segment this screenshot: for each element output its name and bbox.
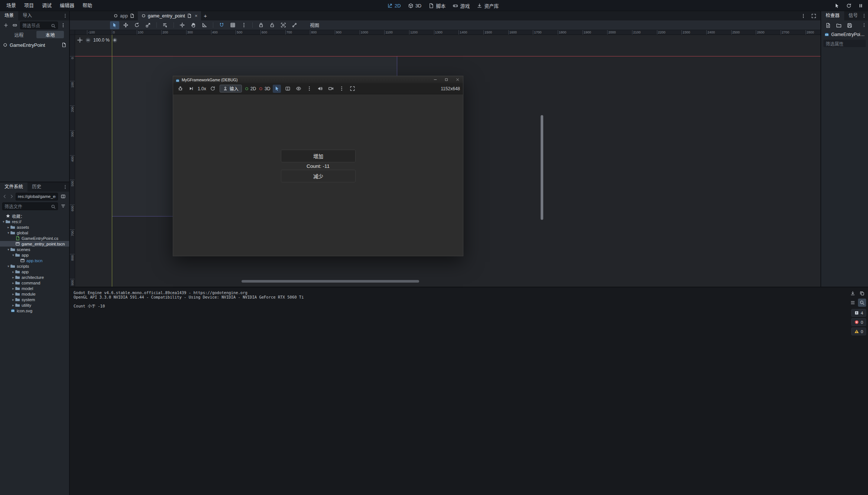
- workspace-资产库[interactable]: 资产库: [477, 2, 499, 9]
- menu-编辑器[interactable]: 编辑器: [56, 0, 78, 11]
- file-tree-item-res[interactable]: ▾res://: [0, 219, 69, 224]
- copy-log-icon[interactable]: [858, 289, 866, 297]
- minimize-icon[interactable]: [430, 76, 441, 83]
- center-view-icon[interactable]: [77, 37, 83, 43]
- tree-expand-icon[interactable]: ▸: [6, 225, 10, 229]
- file-tree-item-scenes[interactable]: ▾scenes: [0, 247, 69, 252]
- tab-inspector[interactable]: 检查器: [821, 11, 844, 20]
- sort-files-icon[interactable]: [59, 202, 67, 210]
- local-button[interactable]: 本地: [36, 31, 64, 38]
- reset-speed-icon[interactable]: [209, 85, 217, 93]
- workspace-脚本[interactable]: 脚本: [428, 2, 446, 9]
- rotate-tool-icon[interactable]: [132, 21, 142, 29]
- menu-项目[interactable]: 项目: [20, 0, 38, 11]
- time-scale-button[interactable]: 1.0x: [198, 86, 206, 91]
- close-icon[interactable]: [452, 76, 463, 83]
- tree-expand-icon[interactable]: ▸: [11, 281, 15, 285]
- vertical-scrollbar[interactable]: [541, 115, 543, 220]
- file-tree-item-[interactable]: 收藏：: [0, 213, 69, 219]
- inspector-edited-object[interactable]: GameEntryPoint...: [821, 30, 868, 39]
- file-tree-item-app[interactable]: ▸app: [0, 269, 69, 274]
- warning-count-badge[interactable]: 0: [851, 328, 866, 335]
- tab-signals[interactable]: 信号: [844, 11, 862, 20]
- tab-import[interactable]: 导入: [18, 11, 36, 20]
- file-tree-item-game_entry_point.tscn[interactable]: game_entry_point.tscn: [0, 241, 69, 247]
- tree-expand-icon[interactable]: ▸: [11, 276, 15, 279]
- camera-3d-toggle[interactable]: 3D: [259, 86, 270, 91]
- input-toggle-button[interactable]: 输入: [220, 85, 242, 92]
- add-node-button[interactable]: [2, 22, 10, 29]
- embed-window-icon[interactable]: [284, 85, 292, 93]
- smart-snap-icon[interactable]: [217, 21, 226, 29]
- ruler-tool-icon[interactable]: [200, 21, 209, 29]
- zoom-level[interactable]: 100.0 %: [93, 38, 110, 43]
- new-resource-icon[interactable]: [824, 22, 832, 29]
- log-count-badge[interactable]: 4: [851, 309, 866, 317]
- file-tree-item-utility[interactable]: ▸utility: [0, 302, 69, 308]
- snap-options-icon[interactable]: [239, 21, 249, 29]
- zoom-in-icon[interactable]: [112, 37, 118, 43]
- inspector-dock-menu-icon[interactable]: [861, 12, 867, 19]
- nav-forward-icon[interactable]: [9, 193, 14, 200]
- node-filter-input[interactable]: 筛选节点: [20, 22, 58, 29]
- camera-2d-toggle[interactable]: 2D: [244, 86, 256, 91]
- select-tool-icon[interactable]: [110, 21, 119, 29]
- split-view-icon[interactable]: [59, 193, 67, 200]
- tab-list-menu-icon[interactable]: [800, 12, 807, 20]
- tree-expand-icon[interactable]: ▾: [1, 220, 6, 224]
- tree-expand-icon[interactable]: ▾: [6, 264, 10, 268]
- list-select-tool-icon[interactable]: [161, 21, 170, 29]
- next-frame-icon[interactable]: [187, 85, 195, 93]
- pan-tool-icon[interactable]: [189, 21, 198, 29]
- scale-tool-icon[interactable]: [143, 21, 153, 29]
- restart-icon[interactable]: [844, 1, 853, 10]
- inspector-extra-icon[interactable]: [861, 22, 867, 28]
- attached-script-icon[interactable]: [61, 42, 67, 48]
- tab-scene[interactable]: 场景: [0, 11, 18, 20]
- instance-scene-icon[interactable]: [11, 22, 19, 29]
- debug-session-icon[interactable]: [176, 85, 184, 93]
- tree-expand-icon[interactable]: ▾: [11, 253, 15, 257]
- file-tree-item-global[interactable]: ▾global: [0, 230, 69, 235]
- scene-tree-menu-ic[interactable]: [59, 22, 67, 29]
- pivot-tool-icon[interactable]: [178, 21, 187, 29]
- tree-expand-icon[interactable]: ▸: [11, 303, 15, 307]
- workspace-3D[interactable]: 3D: [408, 3, 422, 9]
- save-resource-icon[interactable]: [846, 22, 853, 29]
- zoom-out-icon[interactable]: [85, 37, 91, 43]
- pause-icon[interactable]: [856, 1, 865, 10]
- tree-expand-icon[interactable]: ▾: [6, 231, 10, 235]
- more-options-icon[interactable]: [305, 85, 313, 93]
- extra-menu-icon[interactable]: [337, 85, 346, 93]
- file-tree-item-app[interactable]: ▾app: [0, 252, 69, 258]
- file-tree-item-assets[interactable]: ▸assets: [0, 224, 69, 230]
- view-menu-button[interactable]: 视图: [306, 22, 323, 29]
- file-tree-item-command[interactable]: ▸command: [0, 280, 69, 286]
- scene-tab-app[interactable]: app: [110, 11, 138, 20]
- load-resource-icon[interactable]: [835, 22, 842, 29]
- expand-editor-icon[interactable]: [810, 12, 817, 20]
- menu-调试[interactable]: 调试: [38, 0, 56, 11]
- skeleton-options-icon[interactable]: [290, 21, 299, 29]
- remote-button[interactable]: 远程: [5, 31, 33, 38]
- nav-back-icon[interactable]: [2, 193, 7, 200]
- scene-tab-game-entry-point[interactable]: game_entry_point ×: [138, 11, 201, 20]
- file-tree-item-GameEntryPoint.cs[interactable]: GameEntryPoint.cs: [0, 235, 69, 241]
- tree-expand-icon[interactable]: ▸: [11, 270, 15, 274]
- file-tree-item-model[interactable]: ▸model: [0, 286, 69, 291]
- file-tree-item-module[interactable]: ▸module: [0, 291, 69, 297]
- filter-messages-icon[interactable]: [849, 299, 857, 307]
- save-log-icon[interactable]: [849, 289, 857, 297]
- tree-expand-icon[interactable]: ▸: [11, 298, 15, 302]
- filesystem-dock-menu-icon[interactable]: [62, 183, 68, 190]
- scene-tree-root-node[interactable]: GameEntryPoint: [0, 41, 69, 49]
- new-scene-tab-button[interactable]: +: [201, 11, 210, 20]
- group-node-icon[interactable]: [279, 21, 288, 29]
- horizontal-scrollbar[interactable]: [242, 280, 419, 283]
- runtime-select-tool-icon[interactable]: [273, 85, 281, 93]
- tab-history[interactable]: 历史: [27, 182, 46, 192]
- close-tab-icon[interactable]: ×: [195, 13, 198, 19]
- camera-override-icon[interactable]: [327, 85, 335, 93]
- decrease-button[interactable]: 减少: [281, 170, 356, 182]
- file-tree-item-app.tscn[interactable]: app.tscn: [0, 258, 69, 263]
